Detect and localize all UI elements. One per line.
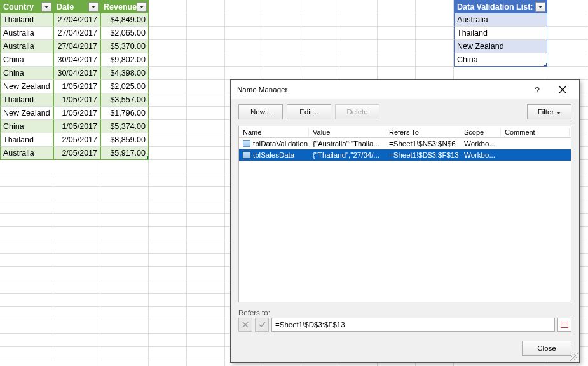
cell[interactable] bbox=[585, 307, 588, 320]
cell[interactable] bbox=[585, 294, 588, 307]
cell[interactable] bbox=[187, 267, 225, 280]
cell[interactable] bbox=[585, 133, 588, 147]
close-button[interactable]: Close bbox=[522, 341, 571, 356]
cell[interactable] bbox=[0, 240, 53, 254]
cell[interactable] bbox=[53, 334, 100, 347]
table1-cell[interactable]: $4,849.00 bbox=[100, 13, 149, 27]
cell[interactable] bbox=[416, 53, 454, 67]
cell[interactable] bbox=[0, 320, 53, 334]
cell[interactable] bbox=[0, 307, 53, 320]
cell[interactable] bbox=[100, 254, 149, 267]
cell[interactable] bbox=[301, 27, 339, 40]
table1-cell[interactable]: Australia bbox=[0, 27, 53, 40]
filter-button[interactable]: Filter bbox=[527, 104, 571, 119]
cell[interactable] bbox=[100, 347, 149, 360]
cell[interactable] bbox=[187, 320, 225, 334]
cell[interactable] bbox=[187, 133, 225, 147]
table1-cell[interactable]: 2/05/2017 bbox=[53, 147, 100, 160]
cell[interactable] bbox=[100, 214, 149, 227]
cell[interactable] bbox=[0, 187, 53, 200]
cell[interactable] bbox=[263, 53, 301, 67]
table1-header[interactable]: Date bbox=[53, 0, 100, 13]
cell[interactable] bbox=[149, 347, 187, 360]
cell[interactable] bbox=[149, 160, 187, 173]
table1-cell[interactable]: 27/04/2017 bbox=[53, 13, 100, 27]
cell[interactable] bbox=[187, 53, 225, 67]
cell[interactable] bbox=[0, 360, 53, 366]
cell[interactable] bbox=[0, 254, 53, 267]
cell[interactable] bbox=[585, 254, 588, 267]
cell[interactable] bbox=[187, 67, 225, 80]
cell[interactable] bbox=[378, 40, 416, 53]
cell[interactable] bbox=[225, 40, 263, 53]
cell[interactable] bbox=[100, 294, 149, 307]
table2-header[interactable]: Data Validation List: bbox=[454, 0, 547, 13]
cell[interactable] bbox=[585, 120, 588, 133]
cell[interactable] bbox=[416, 27, 454, 40]
cell[interactable] bbox=[0, 334, 53, 347]
cell[interactable] bbox=[187, 280, 225, 294]
cell[interactable] bbox=[149, 334, 187, 347]
cell[interactable] bbox=[585, 147, 588, 160]
cell[interactable] bbox=[187, 240, 225, 254]
cell[interactable] bbox=[100, 240, 149, 254]
cell[interactable] bbox=[100, 200, 149, 214]
cell[interactable] bbox=[149, 173, 187, 187]
col-scope[interactable]: Scope bbox=[460, 128, 501, 136]
table1-cell[interactable]: 2/05/2017 bbox=[53, 133, 100, 147]
cell[interactable] bbox=[585, 200, 588, 214]
cell[interactable] bbox=[0, 267, 53, 280]
name-row[interactable]: tblSalesData{"Thailand","27/04/...=Sheet… bbox=[239, 149, 571, 161]
cell[interactable] bbox=[301, 13, 339, 27]
cell[interactable] bbox=[187, 120, 225, 133]
cell[interactable] bbox=[378, 13, 416, 27]
cell[interactable] bbox=[187, 307, 225, 320]
cell[interactable] bbox=[149, 93, 187, 107]
cell[interactable] bbox=[0, 214, 53, 227]
table1-cell[interactable]: 30/04/2017 bbox=[53, 67, 100, 80]
cell[interactable] bbox=[378, 67, 416, 80]
collapse-dialog-button[interactable] bbox=[557, 318, 571, 332]
cell[interactable] bbox=[187, 254, 225, 267]
table1-cell[interactable]: 1/05/2017 bbox=[53, 80, 100, 93]
cell[interactable] bbox=[100, 173, 149, 187]
cell[interactable] bbox=[149, 307, 187, 320]
help-button[interactable]: ? bbox=[524, 81, 550, 98]
cell[interactable] bbox=[53, 214, 100, 227]
cell[interactable] bbox=[585, 227, 588, 240]
cell[interactable] bbox=[225, 27, 263, 40]
cell[interactable] bbox=[53, 160, 100, 173]
cell[interactable] bbox=[53, 307, 100, 320]
cell[interactable] bbox=[0, 200, 53, 214]
cell[interactable] bbox=[585, 173, 588, 187]
table1-cell[interactable]: Australia bbox=[0, 147, 53, 160]
cell[interactable] bbox=[263, 40, 301, 53]
cell[interactable] bbox=[301, 40, 339, 53]
cell[interactable] bbox=[547, 0, 585, 13]
table1-cell[interactable]: 1/05/2017 bbox=[53, 120, 100, 133]
cell[interactable] bbox=[225, 13, 263, 27]
names-list-header[interactable]: Name Value Refers To Scope Comment bbox=[239, 126, 571, 138]
cell[interactable] bbox=[100, 307, 149, 320]
table1-cell[interactable]: 30/04/2017 bbox=[53, 53, 100, 67]
cell[interactable] bbox=[585, 107, 588, 120]
cell[interactable] bbox=[53, 240, 100, 254]
cell[interactable] bbox=[149, 67, 187, 80]
cell[interactable] bbox=[585, 53, 588, 67]
cell[interactable] bbox=[149, 240, 187, 254]
table1-cell[interactable]: China bbox=[0, 120, 53, 133]
cell[interactable] bbox=[0, 294, 53, 307]
cell[interactable] bbox=[149, 107, 187, 120]
table1-cell[interactable]: $2,065.00 bbox=[100, 27, 149, 40]
cell[interactable] bbox=[53, 280, 100, 294]
cell[interactable] bbox=[585, 267, 588, 280]
cell[interactable] bbox=[263, 0, 301, 13]
cell[interactable] bbox=[416, 67, 454, 80]
cell[interactable] bbox=[149, 280, 187, 294]
cell[interactable] bbox=[149, 120, 187, 133]
cell[interactable] bbox=[149, 227, 187, 240]
cell[interactable] bbox=[339, 13, 378, 27]
cell[interactable] bbox=[585, 360, 588, 366]
cell[interactable] bbox=[585, 67, 588, 80]
cell[interactable] bbox=[585, 80, 588, 93]
